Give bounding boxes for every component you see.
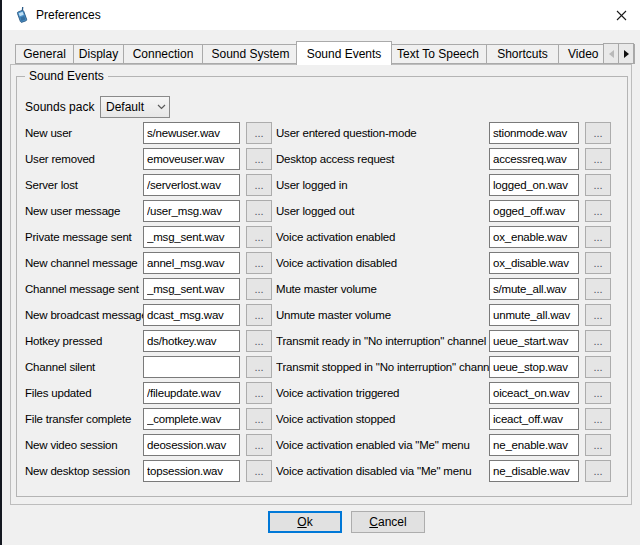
tab-scroll-buttons bbox=[603, 43, 634, 64]
close-button[interactable] bbox=[602, 0, 640, 30]
browse-button[interactable]: ... bbox=[246, 434, 272, 456]
tab-general[interactable]: General bbox=[15, 44, 74, 64]
sound-event-row: Hotkey pressed ... bbox=[25, 330, 272, 352]
browse-button[interactable]: ... bbox=[585, 434, 611, 456]
sound-file-input[interactable] bbox=[489, 382, 579, 404]
sound-file-input[interactable] bbox=[489, 408, 579, 430]
ellipsis-icon: ... bbox=[254, 440, 263, 450]
sound-file-input[interactable] bbox=[143, 408, 240, 430]
tab-shortcuts[interactable]: Shortcuts bbox=[486, 44, 559, 64]
browse-button[interactable]: ... bbox=[585, 278, 611, 300]
browse-button[interactable]: ... bbox=[246, 382, 272, 404]
browse-button[interactable]: ... bbox=[246, 304, 272, 326]
browse-button[interactable]: ... bbox=[585, 356, 611, 378]
tab-scroll-right-button[interactable] bbox=[618, 43, 634, 64]
chevron-left-icon bbox=[609, 50, 614, 58]
sound-file-input[interactable] bbox=[143, 330, 240, 352]
sound-event-row: Channel message sent ... bbox=[25, 278, 272, 300]
sound-file-input[interactable] bbox=[143, 460, 240, 482]
event-label: New desktop session bbox=[25, 465, 143, 477]
browse-button[interactable]: ... bbox=[246, 408, 272, 430]
sound-file-input[interactable] bbox=[143, 356, 240, 378]
tab-sound-system[interactable]: Sound System bbox=[202, 44, 299, 64]
sound-events-column-left: New user ... User removed ... Server los… bbox=[25, 122, 272, 486]
browse-button[interactable]: ... bbox=[246, 174, 272, 196]
browse-button[interactable]: ... bbox=[246, 200, 272, 222]
browse-button[interactable]: ... bbox=[585, 460, 611, 482]
tab-sound-events[interactable]: Sound Events bbox=[296, 41, 392, 65]
sound-file-input[interactable] bbox=[143, 252, 240, 274]
ellipsis-icon: ... bbox=[254, 180, 263, 190]
sound-file-input[interactable] bbox=[143, 148, 240, 170]
browse-button[interactable]: ... bbox=[585, 200, 611, 222]
browse-button[interactable]: ... bbox=[246, 122, 272, 144]
sound-events-groupbox: Sound Events Sounds pack Default New use… bbox=[16, 76, 628, 497]
browse-button[interactable]: ... bbox=[585, 304, 611, 326]
browse-button[interactable]: ... bbox=[585, 226, 611, 248]
event-label: Files updated bbox=[25, 387, 143, 399]
browse-button[interactable]: ... bbox=[585, 148, 611, 170]
browse-button[interactable]: ... bbox=[585, 408, 611, 430]
event-label: New user message bbox=[25, 205, 143, 217]
sound-file-input[interactable] bbox=[489, 356, 579, 378]
ellipsis-icon: ... bbox=[593, 180, 602, 190]
browse-button[interactable]: ... bbox=[585, 174, 611, 196]
browse-button[interactable]: ... bbox=[246, 226, 272, 248]
sound-event-row: Voice activation enabled via "Me" menu .… bbox=[276, 434, 611, 456]
sound-event-row: Voice activation enabled ... bbox=[276, 226, 611, 248]
event-label: Voice activation enabled bbox=[276, 231, 489, 243]
cancel-button[interactable]: Cancel bbox=[351, 511, 425, 533]
sounds-pack-select[interactable]: Default bbox=[100, 96, 170, 118]
sound-file-input[interactable] bbox=[489, 226, 579, 248]
browse-button[interactable]: ... bbox=[246, 148, 272, 170]
sound-event-row: Voice activation stopped ... bbox=[276, 408, 611, 430]
tab-display[interactable]: Display bbox=[73, 44, 124, 64]
sound-event-row: Voice activation disabled via "Me" menu … bbox=[276, 460, 611, 482]
window-title: Preferences bbox=[36, 0, 101, 30]
sound-file-input[interactable] bbox=[489, 434, 579, 456]
browse-button[interactable]: ... bbox=[246, 252, 272, 274]
sound-file-input[interactable] bbox=[489, 278, 579, 300]
sound-file-input[interactable] bbox=[143, 174, 240, 196]
ok-button[interactable]: Ok bbox=[268, 511, 342, 533]
browse-button[interactable]: ... bbox=[585, 382, 611, 404]
browse-button[interactable]: ... bbox=[246, 278, 272, 300]
browse-button[interactable]: ... bbox=[246, 460, 272, 482]
event-label: New video session bbox=[25, 439, 143, 451]
sound-event-row: User logged out ... bbox=[276, 200, 611, 222]
sound-file-input[interactable] bbox=[489, 122, 579, 144]
sound-file-input[interactable] bbox=[143, 382, 240, 404]
sound-file-input[interactable] bbox=[143, 278, 240, 300]
browse-button[interactable]: ... bbox=[585, 122, 611, 144]
ellipsis-icon: ... bbox=[254, 310, 263, 320]
browse-button[interactable]: ... bbox=[585, 252, 611, 274]
ellipsis-icon: ... bbox=[593, 440, 602, 450]
sound-file-input[interactable] bbox=[143, 434, 240, 456]
event-label: New broadcast message bbox=[25, 309, 143, 321]
sound-file-input[interactable] bbox=[143, 226, 240, 248]
tab-text-to-speech[interactable]: Text To Speech bbox=[389, 44, 487, 64]
sound-file-input[interactable] bbox=[143, 304, 240, 326]
browse-button[interactable]: ... bbox=[246, 356, 272, 378]
ellipsis-icon: ... bbox=[254, 258, 263, 268]
sound-file-input[interactable] bbox=[489, 252, 579, 274]
sound-file-input[interactable] bbox=[489, 174, 579, 196]
tab-connection[interactable]: Connection bbox=[123, 44, 203, 64]
browse-button[interactable]: ... bbox=[585, 330, 611, 352]
tab-scroll-left-button[interactable] bbox=[603, 43, 619, 64]
sound-event-row: Unmute master volume ... bbox=[276, 304, 611, 326]
event-label: Transmit stopped in "No interruption" ch… bbox=[276, 361, 489, 373]
sound-file-input[interactable] bbox=[489, 460, 579, 482]
sound-file-input[interactable] bbox=[489, 200, 579, 222]
sound-event-row: Desktop access request ... bbox=[276, 148, 611, 170]
sound-file-input[interactable] bbox=[143, 122, 240, 144]
ellipsis-icon: ... bbox=[254, 336, 263, 346]
event-label: Transmit ready in "No interruption" chan… bbox=[276, 335, 489, 347]
browse-button[interactable]: ... bbox=[246, 330, 272, 352]
sound-event-row: User logged in ... bbox=[276, 174, 611, 196]
ellipsis-icon: ... bbox=[593, 466, 602, 476]
sound-file-input[interactable] bbox=[489, 304, 579, 326]
sound-file-input[interactable] bbox=[489, 330, 579, 352]
sound-file-input[interactable] bbox=[489, 148, 579, 170]
sound-file-input[interactable] bbox=[143, 200, 240, 222]
